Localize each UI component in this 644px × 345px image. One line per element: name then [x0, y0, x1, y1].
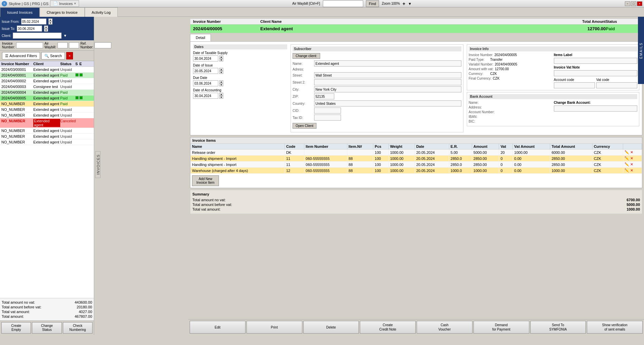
ref-number-input[interactable] [94, 42, 111, 48]
change-bank-input[interactable] [554, 105, 637, 112]
invoices-sidebar-label[interactable]: INVOICES [95, 151, 101, 178]
table-row[interactable]: 2024/04/00001 Extended agent Paid [0, 73, 94, 78]
due-date-input[interactable] [193, 80, 218, 86]
tab-close-icon[interactable]: × [74, 2, 76, 5]
account-code-input[interactable] [554, 82, 595, 88]
issue-from-spinner[interactable]: ▲ ▼ [48, 18, 52, 25]
table-row[interactable]: NO_NUMBER Extended agent Canceled [0, 118, 94, 128]
tab-invoice[interactable]: 📄 Invoices × [50, 0, 79, 7]
zoom-plus-icon[interactable]: + [403, 1, 405, 6]
table-row[interactable]: 2024/04/00002 Extended agent Unpaid [0, 78, 94, 84]
change-client-button[interactable]: Change client: [293, 53, 320, 59]
street-input[interactable] [314, 72, 461, 78]
waybill-input[interactable] [323, 0, 363, 7]
accounting-spinner[interactable]: ▲ ▼ [219, 93, 223, 99]
find-button[interactable]: Find [366, 0, 379, 7]
date-issue-input[interactable] [193, 68, 218, 74]
table-row[interactable]: Release order DK 100 1000.00 20.05.2024 … [191, 149, 642, 156]
dates-column: Dates Date of Taxable Supply ▲ ▼ Date of [193, 44, 287, 132]
spin-up2[interactable]: ▲ [44, 26, 48, 29]
table-row[interactable]: 2024/04/00004 Extended agent Paid [0, 90, 94, 95]
maximize-button[interactable]: □ [631, 1, 636, 6]
edit-row-icon[interactable]: ✏️ [624, 168, 629, 172]
table-row[interactable]: 2024/04/00003 Consignee test Unpaid [0, 84, 94, 90]
edit-button[interactable]: Edit [190, 321, 245, 334]
delete-row-icon[interactable]: ✕ [630, 156, 633, 160]
table-row[interactable]: NO_NUMBER Extended agent Paid [0, 101, 94, 107]
col-code: Code [285, 144, 304, 149]
city-input[interactable] [314, 86, 461, 92]
spin-down[interactable]: ▼ [48, 21, 52, 25]
items-label-input[interactable] [554, 58, 637, 64]
client-filter-input[interactable] [13, 33, 62, 39]
create-empty-button[interactable]: Create Empty [1, 322, 31, 334]
edit-row-icon[interactable]: ✏️ [624, 156, 629, 160]
open-client-button[interactable]: Open Client [293, 123, 316, 129]
air-waybill-input1[interactable] [58, 42, 68, 48]
table-row[interactable]: NO_NUMBER Extended agent Unpaid [0, 134, 94, 139]
search-button[interactable]: 🔍 Search [41, 52, 65, 59]
tab-activity[interactable]: Activity Log [85, 7, 118, 17]
show-verification-button[interactable]: Show verification of sent emails [587, 321, 643, 334]
detail-tab[interactable]: Detail [190, 34, 211, 41]
accounting-input[interactable] [193, 93, 218, 99]
cash-voucher-button[interactable]: Cash Voucher [417, 321, 472, 334]
edit-row-icon[interactable]: ✏️ [624, 162, 629, 166]
invoice-actions-bar: Edit Print Delete Create Credit Note Cas… [188, 319, 644, 335]
send-symfonia-button[interactable]: Send To SYMFONIA [530, 321, 586, 334]
invoice-number-input[interactable] [16, 42, 43, 48]
edit-row-icon[interactable]: ✏️ [624, 150, 629, 154]
spin-down2[interactable]: ▼ [44, 29, 48, 32]
delete-row-icon[interactable]: ✕ [630, 162, 633, 166]
country-input[interactable] [314, 100, 461, 106]
table-row[interactable]: 2024/03/00001 Extended agent Unpaid [0, 67, 94, 73]
table-row[interactable]: Handling shipment - Import 11 060-555555… [191, 156, 642, 162]
zip-input[interactable] [314, 93, 334, 99]
taxable-supply-input[interactable] [193, 55, 218, 61]
delete-row-icon[interactable]: ✕ [630, 150, 633, 154]
demand-payment-button[interactable]: Demand for Payment [473, 321, 529, 334]
before-vat-value: 20180.00 [77, 305, 92, 309]
vat-code-input[interactable] [596, 82, 637, 88]
vat-amount-value: 4027.00 [79, 310, 92, 314]
table-row[interactable]: Handling shipment - Import 11 060-555555… [191, 162, 642, 168]
name-input[interactable] [314, 60, 461, 67]
table-row[interactable]: NO_NUMBER Extended agent Unpaid [0, 107, 94, 113]
street2-input[interactable] [314, 79, 461, 85]
tab-issued-invoices[interactable]: Issued Invoices [0, 7, 40, 17]
table-row[interactable]: 2024/04/00005 Extended agent Paid [0, 95, 94, 101]
issue-to-spinner[interactable]: ▲ ▼ [44, 26, 48, 32]
cid-input[interactable] [314, 107, 341, 114]
table-row[interactable]: NO_NUMBER Extended agent Unpaid [0, 139, 94, 145]
issue-to-input[interactable] [17, 26, 42, 32]
table-row[interactable]: NO_NUMBER Extended agent Unpaid [0, 128, 94, 134]
table-row[interactable]: NO_NUMBER Extended agent Unpaid [0, 113, 94, 118]
tab-charges[interactable]: Charges to Invoice [40, 7, 85, 17]
delete-button[interactable]: Delete [303, 321, 359, 334]
minimize-button[interactable]: − [625, 1, 630, 6]
client-dropdown-icon[interactable]: ▼ [63, 34, 67, 38]
table-row[interactable]: Warehouse (charged after 4 days) 12 060-… [191, 168, 642, 174]
emails-sidebar[interactable]: EMAILS [638, 17, 644, 84]
delete-row-icon[interactable]: ✕ [630, 168, 633, 172]
create-credit-note-button[interactable]: Create Credit Note [360, 321, 416, 334]
issue-from-input[interactable] [21, 18, 46, 25]
check-numbering-button[interactable]: Check Numbering [63, 322, 92, 334]
add-invoice-item-button[interactable]: Add New Invoice Item [192, 175, 219, 186]
selected-invoice-header[interactable]: 2024/04/00005 Extended agent 12700.00 Pa… [190, 24, 642, 33]
zoom-dropdown-icon[interactable]: ▼ [408, 2, 412, 6]
change-status-button[interactable]: Change Status [32, 322, 62, 334]
country-label: Country: [293, 102, 313, 105]
close-button[interactable]: × [637, 1, 642, 6]
due-spinner[interactable]: ▲ ▼ [219, 80, 223, 86]
print-button[interactable]: Print [247, 321, 302, 334]
taxable-spinner[interactable]: ▲ ▼ [219, 55, 223, 61]
tax-id-input[interactable] [314, 115, 341, 121]
advanced-filters-button[interactable]: ☰ Advanced Filters [2, 52, 40, 59]
issue-spinner[interactable]: ▲ ▼ [219, 68, 223, 74]
items-label-title: Items Label [554, 53, 637, 57]
spin-up[interactable]: ▲ [48, 18, 52, 21]
clear-button[interactable]: × [66, 52, 73, 59]
air-waybill-input2[interactable] [69, 42, 79, 48]
vat-note-input[interactable] [554, 70, 637, 76]
